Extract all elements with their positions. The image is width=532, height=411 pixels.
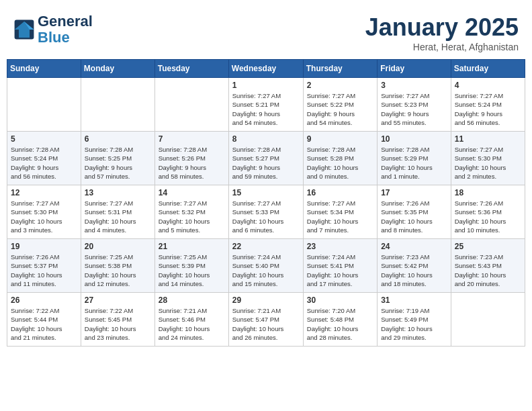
day-info: Sunrise: 7:26 AM Sunset: 5:35 PM Dayligh… [381, 199, 447, 234]
day-info: Sunrise: 7:27 AM Sunset: 5:33 PM Dayligh… [232, 199, 300, 234]
week-row-4: 19Sunrise: 7:26 AM Sunset: 5:37 PM Dayli… [7, 239, 525, 293]
logo: General Blue [13, 13, 93, 46]
day-cell: 15Sunrise: 7:27 AM Sunset: 5:33 PM Dayli… [228, 185, 303, 239]
day-cell: 7Sunrise: 7:28 AM Sunset: 5:26 PM Daylig… [154, 132, 228, 185]
day-cell: 9Sunrise: 7:28 AM Sunset: 5:28 PM Daylig… [303, 132, 377, 185]
day-cell [451, 293, 525, 347]
day-number: 24 [381, 242, 447, 251]
day-number: 25 [455, 242, 521, 251]
day-number: 26 [11, 295, 77, 305]
logo-line1: General [38, 13, 93, 30]
day-cell: 10Sunrise: 7:28 AM Sunset: 5:29 PM Dayli… [378, 132, 451, 185]
day-info: Sunrise: 7:28 AM Sunset: 5:25 PM Dayligh… [85, 145, 151, 181]
day-info: Sunrise: 7:28 AM Sunset: 5:28 PM Dayligh… [307, 145, 373, 181]
week-row-3: 12Sunrise: 7:27 AM Sunset: 5:30 PM Dayli… [7, 185, 525, 239]
day-info: Sunrise: 7:27 AM Sunset: 5:23 PM Dayligh… [381, 91, 447, 127]
week-row-2: 5Sunrise: 7:28 AM Sunset: 5:24 PM Daylig… [7, 132, 525, 185]
day-info: Sunrise: 7:27 AM Sunset: 5:30 PM Dayligh… [455, 145, 521, 181]
day-cell [81, 78, 154, 132]
weekday-header-thursday: Thursday [303, 60, 377, 78]
month-title: January 2025 [365, 13, 519, 42]
day-info: Sunrise: 7:22 AM Sunset: 5:45 PM Dayligh… [85, 306, 151, 342]
day-cell: 5Sunrise: 7:28 AM Sunset: 5:24 PM Daylig… [7, 132, 81, 185]
day-cell: 19Sunrise: 7:26 AM Sunset: 5:37 PM Dayli… [7, 239, 81, 293]
day-number: 2 [307, 81, 373, 90]
day-cell [7, 78, 81, 132]
day-cell: 22Sunrise: 7:24 AM Sunset: 5:40 PM Dayli… [228, 239, 303, 293]
day-number: 9 [307, 134, 373, 144]
day-cell: 31Sunrise: 7:19 AM Sunset: 5:49 PM Dayli… [378, 293, 451, 347]
day-info: Sunrise: 7:27 AM Sunset: 5:34 PM Dayligh… [307, 199, 373, 234]
day-cell: 17Sunrise: 7:26 AM Sunset: 5:35 PM Dayli… [378, 185, 451, 239]
day-info: Sunrise: 7:27 AM Sunset: 5:22 PM Dayligh… [307, 91, 373, 127]
logo-icon [13, 19, 35, 40]
day-info: Sunrise: 7:27 AM Sunset: 5:30 PM Dayligh… [11, 199, 77, 234]
day-info: Sunrise: 7:21 AM Sunset: 5:47 PM Dayligh… [232, 306, 300, 342]
day-cell: 29Sunrise: 7:21 AM Sunset: 5:47 PM Dayli… [228, 293, 303, 347]
day-cell: 13Sunrise: 7:27 AM Sunset: 5:31 PM Dayli… [81, 185, 154, 239]
day-number: 3 [381, 81, 447, 90]
day-number: 27 [85, 295, 151, 305]
day-number: 17 [381, 188, 447, 197]
day-info: Sunrise: 7:23 AM Sunset: 5:42 PM Dayligh… [381, 253, 447, 288]
day-number: 28 [159, 295, 225, 305]
day-info: Sunrise: 7:28 AM Sunset: 5:29 PM Dayligh… [381, 145, 447, 181]
day-number: 30 [307, 295, 373, 305]
weekday-header-row: SundayMondayTuesdayWednesdayThursdayFrid… [7, 60, 525, 78]
day-number: 7 [159, 134, 225, 144]
day-cell [154, 78, 228, 132]
day-number: 6 [85, 134, 151, 144]
day-number: 20 [85, 242, 151, 251]
day-info: Sunrise: 7:27 AM Sunset: 5:31 PM Dayligh… [85, 199, 151, 234]
day-number: 21 [159, 242, 225, 251]
day-info: Sunrise: 7:19 AM Sunset: 5:49 PM Dayligh… [381, 306, 447, 342]
day-cell: 20Sunrise: 7:25 AM Sunset: 5:38 PM Dayli… [81, 239, 154, 293]
calendar-table: SundayMondayTuesdayWednesdayThursdayFrid… [7, 59, 525, 347]
day-number: 5 [11, 134, 77, 144]
day-cell: 14Sunrise: 7:27 AM Sunset: 5:32 PM Dayli… [154, 185, 228, 239]
day-cell: 6Sunrise: 7:28 AM Sunset: 5:25 PM Daylig… [81, 132, 154, 185]
day-number: 23 [307, 242, 373, 251]
day-info: Sunrise: 7:24 AM Sunset: 5:41 PM Dayligh… [307, 253, 373, 288]
day-cell: 30Sunrise: 7:20 AM Sunset: 5:48 PM Dayli… [303, 293, 377, 347]
day-number: 22 [232, 242, 300, 251]
day-cell: 23Sunrise: 7:24 AM Sunset: 5:41 PM Dayli… [303, 239, 377, 293]
day-info: Sunrise: 7:28 AM Sunset: 5:26 PM Dayligh… [159, 145, 225, 181]
day-cell: 12Sunrise: 7:27 AM Sunset: 5:30 PM Dayli… [7, 185, 81, 239]
title-area: January 2025 Herat, Herat, Afghanistan [365, 13, 519, 52]
day-info: Sunrise: 7:21 AM Sunset: 5:46 PM Dayligh… [159, 306, 225, 342]
day-info: Sunrise: 7:26 AM Sunset: 5:37 PM Dayligh… [11, 253, 77, 288]
day-info: Sunrise: 7:22 AM Sunset: 5:44 PM Dayligh… [11, 306, 77, 342]
day-number: 10 [381, 134, 447, 144]
logo-line2: Blue [38, 30, 93, 46]
day-cell: 18Sunrise: 7:26 AM Sunset: 5:36 PM Dayli… [451, 185, 525, 239]
day-info: Sunrise: 7:28 AM Sunset: 5:27 PM Dayligh… [232, 145, 300, 181]
day-number: 31 [381, 295, 447, 305]
day-number: 11 [455, 134, 521, 144]
day-info: Sunrise: 7:24 AM Sunset: 5:40 PM Dayligh… [232, 253, 300, 288]
day-info: Sunrise: 7:27 AM Sunset: 5:24 PM Dayligh… [455, 91, 521, 127]
week-row-5: 26Sunrise: 7:22 AM Sunset: 5:44 PM Dayli… [7, 293, 525, 347]
weekday-header-wednesday: Wednesday [228, 60, 303, 78]
day-cell: 25Sunrise: 7:23 AM Sunset: 5:43 PM Dayli… [451, 239, 525, 293]
day-info: Sunrise: 7:27 AM Sunset: 5:32 PM Dayligh… [159, 199, 225, 234]
day-number: 16 [307, 188, 373, 197]
weekday-header-sunday: Sunday [7, 60, 81, 78]
day-info: Sunrise: 7:20 AM Sunset: 5:48 PM Dayligh… [307, 306, 373, 342]
day-number: 19 [11, 242, 77, 251]
page-header: General Blue January 2025 Herat, Herat, … [7, 7, 525, 56]
day-cell: 4Sunrise: 7:27 AM Sunset: 5:24 PM Daylig… [451, 78, 525, 132]
day-info: Sunrise: 7:25 AM Sunset: 5:39 PM Dayligh… [159, 253, 225, 288]
day-cell: 24Sunrise: 7:23 AM Sunset: 5:42 PM Dayli… [378, 239, 451, 293]
day-info: Sunrise: 7:27 AM Sunset: 5:21 PM Dayligh… [232, 91, 300, 127]
day-cell: 28Sunrise: 7:21 AM Sunset: 5:46 PM Dayli… [154, 293, 228, 347]
day-cell: 27Sunrise: 7:22 AM Sunset: 5:45 PM Dayli… [81, 293, 154, 347]
weekday-header-friday: Friday [378, 60, 451, 78]
day-info: Sunrise: 7:23 AM Sunset: 5:43 PM Dayligh… [455, 253, 521, 288]
day-number: 29 [232, 295, 300, 305]
location: Herat, Herat, Afghanistan [365, 42, 519, 52]
day-cell: 21Sunrise: 7:25 AM Sunset: 5:39 PM Dayli… [154, 239, 228, 293]
day-cell: 8Sunrise: 7:28 AM Sunset: 5:27 PM Daylig… [228, 132, 303, 185]
weekday-header-monday: Monday [81, 60, 154, 78]
day-number: 8 [232, 134, 300, 144]
